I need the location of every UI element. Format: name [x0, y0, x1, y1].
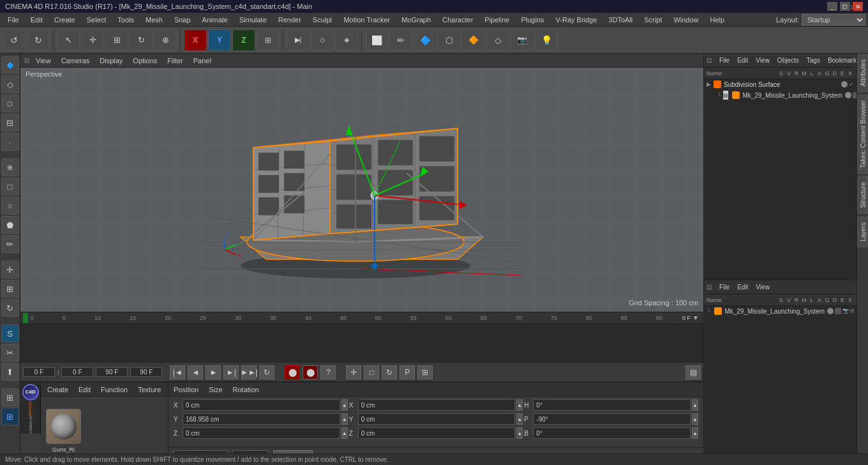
- snap-btn[interactable]: ⊞: [1, 388, 19, 406]
- menu-help[interactable]: Help: [705, 15, 730, 25]
- nurbs-btn[interactable]: 🔷: [414, 29, 437, 51]
- obj2-list[interactable]: └ Mk_29_Missile_Launching_System 📷 ⊞ 🔒 🏷…: [704, 306, 857, 465]
- obj2-file-menu[interactable]: File: [717, 282, 732, 292]
- timeline-ruler[interactable]: 05101520 2530354045 5055606570 75808590 …: [20, 312, 703, 324]
- menu-file[interactable]: File: [3, 15, 24, 25]
- edge-mode-btn[interactable]: ⊟: [1, 114, 19, 132]
- grid-btn[interactable]: ⊞: [1, 408, 19, 425]
- pointer-tool[interactable]: ↖: [57, 29, 80, 51]
- menu-snap[interactable]: Snap: [169, 15, 196, 25]
- keyframe-tool[interactable]: ◇: [311, 29, 334, 51]
- rot-key-btn[interactable]: ↻: [382, 365, 397, 379]
- structure-tab[interactable]: Structure: [857, 176, 868, 214]
- size-y-up-arrow[interactable]: ▲: [516, 413, 523, 425]
- menu-select[interactable]: Select: [82, 15, 112, 25]
- rot-b-input[interactable]: [533, 427, 691, 439]
- options-menu[interactable]: Options: [129, 56, 161, 66]
- obj-objects-menu[interactable]: Objects: [775, 56, 802, 65]
- rotate-btn[interactable]: ↻: [1, 299, 19, 317]
- takes-tab[interactable]: Takes: Content Browser: [857, 95, 868, 174]
- loop-btn[interactable]: ↻: [259, 365, 274, 379]
- select-poly-btn[interactable]: ⬟: [1, 216, 19, 234]
- step-fwd-btn[interactable]: ►|: [223, 365, 239, 379]
- timeline-options-btn[interactable]: ▤: [685, 365, 701, 379]
- current-frame-input[interactable]: [61, 367, 93, 377]
- menu-3dtoall[interactable]: 3DToAll: [603, 15, 638, 25]
- object-tool-btn[interactable]: ⊕: [1, 158, 19, 176]
- subdivision-surface-item[interactable]: ▶ Subdivision Surface ✓: [704, 79, 857, 89]
- poly-mode-btn[interactable]: ⬡: [1, 95, 19, 112]
- axis-x-btn[interactable]: X: [184, 29, 207, 51]
- move-btn[interactable]: ✛: [1, 261, 19, 278]
- render-btn[interactable]: 🔶: [462, 29, 485, 51]
- knife-btn[interactable]: ✂: [1, 344, 19, 362]
- layers-tab[interactable]: Layers: [857, 217, 868, 247]
- pos-y-up-arrow[interactable]: ▲: [341, 413, 348, 425]
- obj-file-menu[interactable]: File: [717, 56, 732, 65]
- rotate-tool[interactable]: ↻: [130, 29, 153, 51]
- menu-edit[interactable]: Edit: [26, 15, 48, 25]
- mat-create-menu[interactable]: Create: [45, 385, 71, 395]
- point-key-btn[interactable]: ⊞: [417, 365, 433, 379]
- anim-tool[interactable]: ◈: [335, 29, 358, 51]
- minimize-button[interactable]: _: [827, 2, 837, 11]
- pos-x-input[interactable]: [183, 399, 340, 411]
- cube-btn[interactable]: ⬜: [365, 29, 388, 51]
- transform-tool[interactable]: ⊕: [154, 29, 177, 51]
- display-menu[interactable]: Display: [96, 56, 126, 66]
- pos-x-up-arrow[interactable]: ▲: [341, 399, 348, 411]
- move-tool[interactable]: ✛: [81, 29, 104, 51]
- rot-h-input[interactable]: [533, 399, 691, 411]
- menu-vray[interactable]: V-Ray Bridge: [551, 15, 602, 25]
- obj-tags-menu[interactable]: Tags: [804, 56, 823, 65]
- record-btn[interactable]: ⬤: [285, 365, 300, 379]
- menu-mograph[interactable]: MoGraph: [396, 15, 436, 25]
- menu-motion-tracker[interactable]: Motion Tracker: [338, 15, 395, 25]
- axis-y-btn[interactable]: Y: [208, 29, 231, 51]
- obj-edit-menu[interactable]: Edit: [735, 56, 751, 65]
- light-btn[interactable]: 💡: [535, 29, 558, 51]
- axis-z-btn[interactable]: Z: [232, 29, 255, 51]
- mk29-bottom-item[interactable]: └ Mk_29_Missile_Launching_System 📷 ⊞ 🔒 🏷…: [704, 306, 857, 316]
- menu-simulate[interactable]: Simulate: [234, 15, 272, 25]
- step-forward-btn[interactable]: ►: [206, 365, 221, 379]
- curve-btn[interactable]: ✏: [389, 29, 412, 51]
- timeline-tool[interactable]: ▶|: [287, 29, 310, 51]
- camera-btn[interactable]: 📷: [511, 29, 534, 51]
- end-frame-input[interactable]: [96, 367, 128, 377]
- menu-plugins[interactable]: Plugins: [516, 15, 549, 25]
- layout-dropdown[interactable]: Startup: [802, 14, 865, 26]
- rot-h-up-arrow[interactable]: ▲: [692, 399, 698, 411]
- scene-btn[interactable]: ◇: [486, 29, 509, 51]
- start-frame-input[interactable]: 0 F: [23, 367, 55, 377]
- goto-end-btn[interactable]: ►►|: [241, 365, 257, 379]
- attributes-tab[interactable]: Attributes: [857, 54, 868, 92]
- axis-all-btn[interactable]: ⊞: [257, 29, 280, 51]
- model-mode-btn[interactable]: 🔷: [1, 56, 19, 74]
- menu-create[interactable]: Create: [49, 15, 80, 25]
- preview-end-input[interactable]: [130, 367, 162, 377]
- auto-key-btn[interactable]: ⬤: [303, 365, 318, 379]
- pos-z-up-arrow[interactable]: ▲: [341, 427, 348, 439]
- filter-menu[interactable]: Filter: [163, 56, 186, 66]
- select-circle-btn[interactable]: ○: [1, 197, 19, 215]
- undo-button[interactable]: ↺: [3, 29, 26, 51]
- key-help-btn[interactable]: ?: [320, 365, 336, 379]
- extrude-btn[interactable]: ⬆: [1, 363, 19, 381]
- menu-window[interactable]: Window: [668, 15, 703, 25]
- rot-p-input[interactable]: [533, 413, 691, 425]
- mesh-mode-btn[interactable]: ◇: [1, 75, 19, 93]
- scale-key-btn[interactable]: □: [364, 365, 379, 379]
- view-menu[interactable]: View: [32, 56, 55, 66]
- deform-btn[interactable]: ⬡: [438, 29, 461, 51]
- menu-mesh[interactable]: Mesh: [140, 15, 168, 25]
- material-item[interactable]: Guns_Ri: [46, 409, 81, 453]
- point-mode-btn[interactable]: ·: [1, 133, 19, 151]
- menu-tools[interactable]: Tools: [112, 15, 139, 25]
- scale-tool[interactable]: ⊞: [105, 29, 128, 51]
- mat-texture-menu[interactable]: Texture: [135, 385, 163, 395]
- size-z-up-arrow[interactable]: ▲: [516, 427, 523, 439]
- menu-animate[interactable]: Animate: [197, 15, 233, 25]
- obj-view-menu[interactable]: View: [753, 56, 772, 65]
- size-y-input[interactable]: [358, 413, 516, 425]
